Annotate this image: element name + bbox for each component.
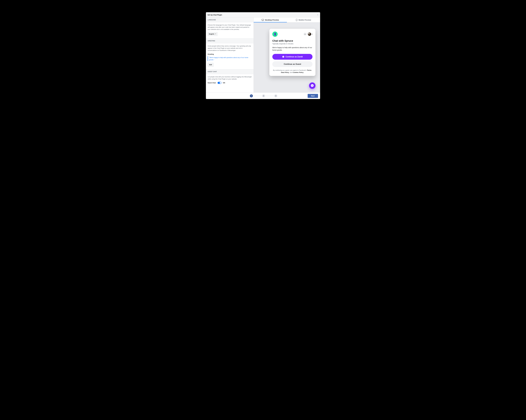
- profile-switcher[interactable]: [308, 32, 313, 36]
- language-select-value: English: [209, 33, 214, 35]
- page-avatar: [272, 31, 278, 37]
- page-avatar-glyph: [274, 33, 276, 36]
- tab-mobile-preview[interactable]: Mobile Preview: [287, 18, 320, 22]
- continue-as-guest-button-label: Continue as Guest: [284, 63, 301, 65]
- step-line: [265, 96, 274, 96]
- tab-desktop-preview-label: Desktop Preview: [265, 19, 279, 21]
- modal-title: Set Up Chat Plugin: [208, 14, 222, 16]
- language-select[interactable]: English: [208, 32, 217, 36]
- greeting-section-header: GREETING: [206, 38, 253, 43]
- legal-suffix: .: [303, 72, 304, 73]
- legal-sep2: , and: [289, 72, 293, 73]
- chat-card-greeting: We're happy to help with questions about…: [272, 46, 313, 51]
- step-1[interactable]: 1: [250, 94, 253, 97]
- continue-as-guest-button[interactable]: Continue as Guest: [272, 61, 313, 67]
- step-3[interactable]: 3: [274, 94, 277, 97]
- greeting-field-label: Greeting: [208, 53, 252, 55]
- tab-mobile-preview-label: Mobile Preview: [299, 19, 311, 21]
- modal-header: Set Up Chat Plugin ×: [206, 12, 320, 18]
- more-menu-button[interactable]: •••: [303, 32, 307, 36]
- language-section-header: LANGUAGE: [206, 18, 253, 22]
- legal-terms-link[interactable]: Terms: [307, 69, 311, 71]
- chat-card-top-right: •••: [303, 32, 313, 36]
- modal-body: LANGUAGE Choose the language for your Ch…: [206, 18, 320, 92]
- guest-chat-toggle-row: Guest Chat: ON: [208, 82, 252, 84]
- profile-avatar: [308, 32, 311, 36]
- continue-as-user-button-label: Continue as Zandt: [286, 56, 303, 58]
- greeting-section-body: Greet people before they send a message.…: [206, 43, 253, 69]
- mobile-icon: [296, 19, 297, 21]
- greeting-value: "We're happy to help with questions abou…: [208, 56, 252, 61]
- legal-sep1: ,: [311, 69, 312, 71]
- greeting-desc: Greet people before they send a message.…: [208, 45, 252, 51]
- guest-chat-section-body: Let people chat with your business witho…: [206, 74, 253, 87]
- next-button-label: Next: [311, 95, 314, 97]
- edit-greeting-button-label: Edit: [209, 64, 212, 66]
- legal-prefix: By continuing as a guest, you agree to F…: [273, 69, 307, 71]
- language-desc: Choose the language for your Chat Plugin…: [208, 24, 252, 31]
- tab-desktop-preview[interactable]: Desktop Preview: [254, 18, 287, 22]
- svg-point-3: [297, 20, 297, 21]
- chat-card-title: Chat with Spruce: [272, 39, 313, 42]
- close-icon[interactable]: ×: [317, 14, 318, 16]
- caret-down-icon: [215, 34, 216, 34]
- config-panel: LANGUAGE Choose the language for your Ch…: [206, 18, 254, 92]
- legal-cookies-policy-link[interactable]: Cookies Policy: [293, 72, 303, 73]
- preview-panel: Desktop Preview Mobile Preview: [254, 18, 320, 92]
- step-2[interactable]: 2: [262, 94, 265, 97]
- guest-chat-toggle-state: ON: [223, 82, 225, 84]
- guest-chat-section-header: GUEST CHAT: [206, 69, 253, 74]
- messenger-icon: [311, 84, 314, 87]
- chat-card-top: •••: [272, 31, 313, 37]
- chat-card-subtitle: Typically responds in minutes: [272, 43, 313, 45]
- modal-footer: 1 2 3 Next: [206, 92, 320, 99]
- language-section-body: Choose the language for your Chat Plugin…: [206, 22, 253, 38]
- step-line: [253, 96, 262, 96]
- caret-down-icon: [312, 34, 313, 34]
- guest-chat-toggle-label: Guest Chat:: [208, 82, 216, 84]
- guest-legal-text: By continuing as a guest, you agree to F…: [272, 69, 313, 74]
- messenger-icon: [282, 56, 284, 58]
- svg-rect-1: [262, 21, 263, 21]
- continue-as-user-button[interactable]: Continue as Zandt: [272, 54, 313, 60]
- chat-preview-card: ••• Chat with Spruce Typically responds …: [269, 29, 315, 76]
- next-button[interactable]: Next: [308, 94, 318, 98]
- legal-data-policy-link[interactable]: Data Policy: [281, 72, 289, 73]
- preview-canvas: ••• Chat with Spruce Typically responds …: [254, 22, 320, 92]
- guest-chat-desc: Let people chat with your business witho…: [208, 76, 252, 80]
- guest-chat-toggle[interactable]: [218, 82, 222, 84]
- messenger-fab[interactable]: [309, 82, 315, 89]
- svg-rect-0: [262, 19, 264, 20]
- stepper: 1 2 3: [220, 94, 308, 97]
- edit-greeting-button[interactable]: Edit: [208, 63, 213, 67]
- setup-chat-plugin-modal: Set Up Chat Plugin × LANGUAGE Choose the…: [206, 12, 320, 99]
- desktop-icon: [262, 19, 264, 21]
- preview-tabs: Desktop Preview Mobile Preview: [254, 18, 320, 22]
